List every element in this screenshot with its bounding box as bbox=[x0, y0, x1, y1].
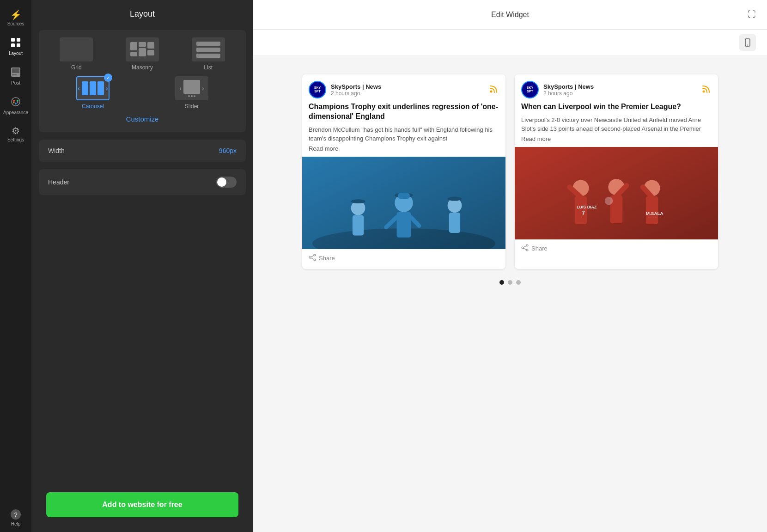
svg-point-54 bbox=[526, 249, 528, 251]
slider-card-container bbox=[183, 80, 200, 97]
layout-option-grid[interactable]: Grid bbox=[46, 37, 107, 71]
cricket-image-svg bbox=[302, 157, 505, 249]
list-icon-container bbox=[192, 37, 225, 61]
layout-option-list[interactable]: List bbox=[178, 37, 238, 71]
card-body-0: Champions Trophy exit underlines regress… bbox=[302, 102, 505, 157]
news-card-0: SKYSPT SkySports | News 2 hours ago bbox=[302, 74, 505, 269]
slider-dots bbox=[183, 95, 200, 97]
svg-point-9 bbox=[17, 100, 18, 102]
pagination-dot-0[interactable] bbox=[499, 280, 504, 285]
slider-label: Slider bbox=[185, 103, 199, 110]
svg-rect-51 bbox=[515, 147, 718, 239]
svg-point-36 bbox=[703, 90, 705, 92]
width-value[interactable]: 960px bbox=[219, 147, 237, 154]
panel-footer: Add to website for free bbox=[31, 477, 253, 532]
svg-point-53 bbox=[522, 247, 524, 249]
expand-icon[interactable]: ⛶ bbox=[748, 10, 756, 19]
layout-options-section: Grid bbox=[39, 30, 246, 132]
svg-rect-5 bbox=[12, 68, 19, 73]
layout-option-carousel[interactable]: ✓ ‹ › Carousel bbox=[76, 76, 110, 110]
width-label: Width bbox=[48, 147, 65, 154]
pagination-dot-1[interactable] bbox=[508, 280, 512, 285]
source-time-1: 2 hours ago bbox=[543, 90, 594, 97]
card-read-more-1[interactable]: Read more bbox=[521, 135, 712, 142]
list-label: List bbox=[204, 64, 213, 71]
news-cards-row: SKYSPT SkySports | News 2 hours ago bbox=[302, 74, 718, 269]
card-image-1: LUIS DIAZ 7 M.SALA bbox=[515, 147, 718, 239]
grid-icon bbox=[71, 37, 81, 61]
customize-button[interactable]: Customize bbox=[46, 110, 238, 125]
card-source-0: SKYSPT SkySports | News 2 hours ago bbox=[309, 81, 381, 98]
layout-option-masonry[interactable]: Masonry bbox=[112, 37, 173, 71]
preview-area: Edit Widget ⛶ SKYSPT bbox=[253, 0, 767, 532]
svg-point-33 bbox=[314, 259, 316, 261]
sources-icon: ⚡ bbox=[10, 10, 22, 19]
grid-label: Grid bbox=[71, 64, 82, 71]
add-to-website-button[interactable]: Add to website for free bbox=[46, 492, 238, 517]
svg-point-7 bbox=[12, 98, 20, 106]
svg-rect-3 bbox=[17, 43, 20, 47]
card-footer-1: Share bbox=[515, 239, 718, 259]
layout-grid-bottom: ✓ ‹ › Carousel bbox=[46, 76, 238, 110]
svg-point-15 bbox=[490, 90, 493, 92]
cards-container: SKYSPT SkySports | News 2 hours ago bbox=[302, 74, 718, 296]
svg-point-31 bbox=[314, 254, 316, 256]
carousel-cards bbox=[82, 81, 104, 95]
pagination-dots bbox=[302, 269, 718, 296]
svg-rect-6 bbox=[12, 74, 17, 75]
card-excerpt-1: Liverpool's 2-0 victory over Newcastle U… bbox=[521, 116, 712, 134]
card-read-more-0[interactable]: Read more bbox=[309, 145, 499, 152]
slider-right-arrow: › bbox=[202, 85, 204, 92]
header-toggle-label: Header bbox=[48, 178, 69, 186]
card-title-1: When can Liverpool win the Premier Leagu… bbox=[521, 102, 712, 112]
sidebar-item-settings[interactable]: ⚙ Settings bbox=[0, 121, 31, 148]
card-header-1: SKYSPT SkySports | News 2 hours ago bbox=[515, 74, 718, 102]
share-icon-0 bbox=[309, 254, 316, 263]
grid-icon-container bbox=[60, 37, 93, 61]
share-label-1[interactable]: Share bbox=[531, 245, 548, 252]
sidebar-item-layout[interactable]: Layout bbox=[0, 32, 31, 61]
top-bar: Edit Widget ⛶ bbox=[253, 0, 767, 30]
svg-point-8 bbox=[13, 100, 15, 102]
layout-icon bbox=[11, 37, 21, 49]
carousel-icon-container: ✓ ‹ › bbox=[76, 76, 110, 100]
sidebar-item-sources[interactable]: ⚡ Sources bbox=[0, 5, 31, 32]
layout-option-slider[interactable]: ‹ › Slider bbox=[175, 76, 208, 110]
svg-rect-30 bbox=[302, 157, 505, 249]
slider-left-arrow: ‹ bbox=[179, 85, 182, 92]
svg-point-14 bbox=[747, 45, 748, 46]
carousel-left-arrow: ‹ bbox=[78, 85, 80, 92]
svg-point-12 bbox=[17, 102, 18, 104]
panel-title: Layout bbox=[31, 0, 253, 26]
slider-icon: ‹ › bbox=[176, 77, 207, 99]
header-toggle[interactable] bbox=[216, 177, 237, 188]
sidebar-item-help[interactable]: ? Help bbox=[0, 504, 31, 532]
share-icon-1 bbox=[521, 244, 529, 253]
source-time-0: 2 hours ago bbox=[331, 90, 381, 97]
svg-line-35 bbox=[311, 258, 314, 259]
source-info-1: SkySports | News 2 hours ago bbox=[543, 83, 594, 97]
card-header-0: SKYSPT SkySports | News 2 hours ago bbox=[302, 74, 505, 102]
slider-card bbox=[183, 80, 200, 94]
news-card-1: SKYSPT SkySports | News 2 hours ago bbox=[515, 74, 718, 269]
svg-line-55 bbox=[524, 246, 526, 247]
phone-view-button[interactable] bbox=[739, 34, 756, 51]
source-avatar-1: SKYSPT bbox=[521, 81, 539, 98]
sidebar-item-post[interactable]: Post bbox=[0, 61, 31, 91]
share-label-0[interactable]: Share bbox=[319, 255, 335, 262]
liverpool-image-svg: LUIS DIAZ 7 M.SALA bbox=[515, 147, 718, 239]
masonry-label: Masonry bbox=[132, 64, 153, 71]
layout-panel: Layout Grid bbox=[31, 0, 253, 532]
card-image-0 bbox=[302, 157, 505, 249]
source-name-1: SkySports | News bbox=[543, 83, 594, 90]
sidebar-nav: ⚡ Sources Layout Post bbox=[0, 0, 31, 532]
card-source-1: SKYSPT SkySports | News 2 hours ago bbox=[521, 81, 594, 98]
toggle-knob bbox=[217, 177, 226, 187]
carousel-right-arrow: › bbox=[106, 85, 108, 92]
list-icon bbox=[193, 38, 224, 61]
header-toggle-section: Header bbox=[39, 169, 246, 195]
sidebar-item-appearance[interactable]: Appearance bbox=[0, 91, 31, 121]
pagination-dot-2[interactable] bbox=[516, 280, 521, 285]
card-body-1: When can Liverpool win the Premier Leagu… bbox=[515, 102, 718, 147]
svg-point-52 bbox=[526, 245, 528, 246]
